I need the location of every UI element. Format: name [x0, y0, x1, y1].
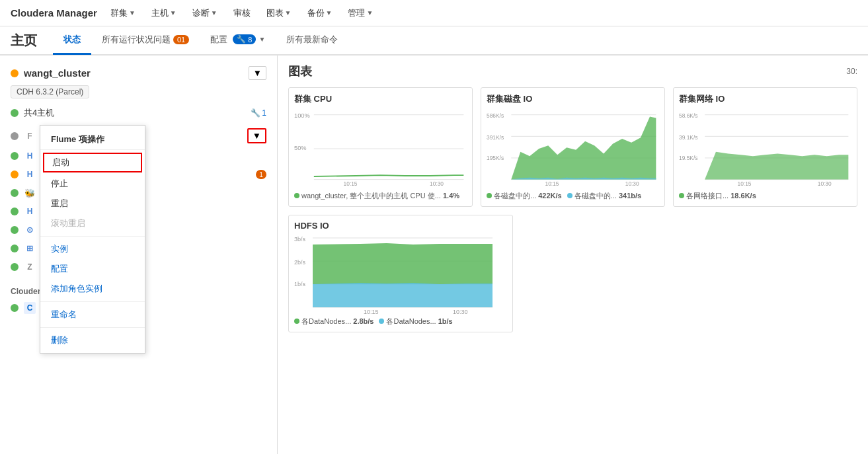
cdh-badge: CDH 6.3.2 (Parcel) — [11, 85, 89, 98]
top-nav: Cloudera Manager 群集 ▼ 主机 ▼ 诊断 ▼ 审核 图表 ▼ … — [0, 0, 868, 26]
svg-text:39.1K/s: 39.1K/s — [679, 134, 697, 141]
dropdown-item-restart[interactable]: 重启 — [40, 194, 145, 213]
services-list: F Flume ▼ Flume 项操作 启动 停止 重启 滚动重启 实例 配置 … — [0, 122, 277, 279]
tab-latest-commands[interactable]: 所有最新命令 — [276, 26, 348, 55]
tab-health-issues[interactable]: 所有运行状况问题 01 — [91, 26, 200, 55]
chevron-down-icon: ▼ — [170, 9, 177, 17]
svg-text:391K/s: 391K/s — [487, 134, 504, 141]
nav-admin[interactable]: 管理 ▼ — [345, 7, 375, 19]
config-badge: 🔧 8 — [233, 34, 256, 44]
hbase-icon: H — [24, 150, 36, 162]
hdfs-status-dot — [11, 170, 19, 178]
tab-config[interactable]: 配置 🔧 8 ▼ — [200, 26, 276, 55]
hosts-status-dot — [11, 109, 19, 117]
dropdown-item-instances[interactable]: 实例 — [40, 239, 145, 259]
cpu-chart-legend: wangt_cluster, 整个主机中的主机 CPU 使... 1.4% — [294, 191, 467, 201]
svg-text:10:30: 10:30 — [453, 309, 468, 314]
svg-text:10:15: 10:15 — [344, 180, 358, 187]
svg-text:2b/s: 2b/s — [294, 259, 306, 266]
cluster-status-dot — [11, 69, 19, 77]
dropdown-item-start[interactable]: 启动 — [43, 153, 142, 172]
dropdown-item-stop[interactable]: 停止 — [40, 174, 145, 194]
nav-backup[interactable]: 备份 ▼ — [305, 7, 335, 19]
nav-charts[interactable]: 图表 ▼ — [264, 7, 294, 19]
dropdown-item-config[interactable]: 配置 — [40, 259, 145, 279]
cpu-chart-area: 100% 50% 10:15 10:30 — [294, 109, 467, 188]
svg-text:1b/s: 1b/s — [294, 281, 306, 287]
right-panel: 图表 30: 群集 CPU 100% 50% 10:15 — [278, 56, 868, 454]
hdfsio-chart-area: 3b/s 2b/s 1b/s 10:15 10:30 — [294, 235, 507, 314]
svg-text:195K/s: 195K/s — [487, 155, 504, 161]
diskio-chart-title: 群集磁盘 IO — [487, 93, 659, 105]
svg-text:10:30: 10:30 — [625, 180, 639, 187]
netio-chart-title: 群集网络 IO — [679, 93, 851, 105]
sub-nav: 主页 状态 所有运行状况问题 01 配置 🔧 8 ▼ 所有最新命令 — [0, 26, 868, 56]
dropdown-divider-3 — [40, 327, 145, 328]
dropdown-item-add-role[interactable]: 添加角色实例 — [40, 279, 145, 299]
dropdown-divider-2 — [40, 301, 145, 302]
cluster-name: wangt_cluster — [11, 67, 91, 79]
cluster-header: wangt_cluster ▼ — [0, 63, 277, 85]
svg-text:10:15: 10:15 — [364, 309, 379, 314]
flume-icon: F — [24, 130, 36, 142]
svg-marker-35 — [313, 243, 493, 284]
logo: Cloudera Manager — [11, 7, 97, 19]
hive-status-dot — [11, 189, 19, 197]
svg-text:58.6K/s: 58.6K/s — [679, 112, 697, 119]
flume-dropdown-button[interactable]: ▼ — [247, 128, 266, 143]
charts-title: 图表 — [288, 63, 312, 79]
hue-icon: H — [24, 206, 36, 217]
dropdown-divider-1 — [40, 236, 145, 237]
svg-text:10:15: 10:15 — [545, 180, 559, 187]
main-layout: wangt_cluster ▼ CDH 6.3.2 (Parcel) 共4主机 … — [0, 56, 868, 454]
netio-chart-legend: 各网络接口... 18.6K/s — [679, 191, 851, 201]
chart-card-hdfsio: HDFS IO 3b/s 2b/s 1b/s 10:15 10:30 — [288, 215, 513, 332]
svg-text:10:30: 10:30 — [430, 180, 444, 187]
diskio-chart-area: 586K/s 391K/s 195K/s 10:15 10:30 — [487, 109, 659, 188]
wrench-button[interactable]: 🔧1 — [251, 108, 266, 118]
dropdown-item-rename[interactable]: 重命名 — [40, 305, 145, 324]
cms-icon: C — [24, 302, 36, 314]
hdfs-warn-badge: 1 — [256, 170, 266, 179]
netio-chart-area: 58.6K/s 39.1K/s 19.5K/s 10:15 10:30 — [679, 109, 851, 188]
nav-diag[interactable]: 诊断 ▼ — [190, 7, 220, 19]
flume-dropdown-menu: Flume 项操作 启动 停止 重启 滚动重启 实例 配置 添加角色实例 重命名… — [40, 125, 145, 354]
oozie-icon: ⊙ — [24, 224, 36, 236]
chevron-down-icon: ▼ — [366, 9, 373, 17]
health-issues-badge: 01 — [173, 35, 189, 44]
service-row-flume[interactable]: F Flume ▼ Flume 项操作 启动 停止 重启 滚动重启 实例 配置 … — [0, 125, 277, 147]
hbase-status-dot — [11, 152, 19, 160]
cpu-chart-title: 群集 CPU — [294, 93, 467, 105]
charts-grid-top: 群集 CPU 100% 50% 10:15 10:30 — [288, 87, 857, 207]
nav-audit[interactable]: 审核 — [231, 7, 253, 19]
left-panel: wangt_cluster ▼ CDH 6.3.2 (Parcel) 共4主机 … — [0, 56, 278, 454]
svg-marker-36 — [313, 283, 493, 307]
flume-status-dot — [11, 132, 19, 140]
charts-header: 图表 30: — [288, 63, 857, 79]
zookeeper-status-dot — [11, 263, 19, 271]
zookeeper-icon: Z — [24, 261, 36, 273]
svg-text:10:30: 10:30 — [818, 180, 832, 187]
dropdown-item-delete[interactable]: 删除 — [40, 330, 145, 350]
tab-status[interactable]: 状态 — [53, 26, 91, 55]
chevron-down-icon: ▼ — [258, 36, 265, 43]
svg-marker-25 — [705, 152, 848, 180]
cluster-dropdown-button[interactable]: ▼ — [249, 66, 266, 80]
svg-text:586K/s: 586K/s — [487, 112, 504, 119]
svg-text:19.5K/s: 19.5K/s — [679, 155, 697, 161]
chevron-down-icon: ▼ — [129, 9, 136, 17]
diskio-chart-legend: 各磁盘中的... 422K/s 各磁盘中的... 341b/s — [487, 191, 659, 201]
yarn-icon: ⊞ — [24, 243, 36, 254]
yarn-status-dot — [11, 245, 19, 252]
chart-card-netio: 群集网络 IO 58.6K/s 39.1K/s 19.5K/s 10:15 10… — [673, 87, 857, 207]
chart-card-cpu: 群集 CPU 100% 50% 10:15 10:30 — [288, 87, 473, 207]
hdfsio-chart-title: HDFS IO — [294, 221, 507, 231]
chevron-down-icon: ▼ — [211, 9, 217, 17]
chevron-down-icon: ▼ — [285, 9, 292, 17]
nav-cluster[interactable]: 群集 ▼ — [108, 7, 138, 19]
charts-time: 30: — [846, 67, 857, 76]
svg-marker-14 — [511, 117, 656, 180]
cms-status-dot — [11, 304, 19, 312]
nav-host[interactable]: 主机 ▼ — [149, 7, 179, 19]
page-title: 主页 — [11, 32, 37, 50]
